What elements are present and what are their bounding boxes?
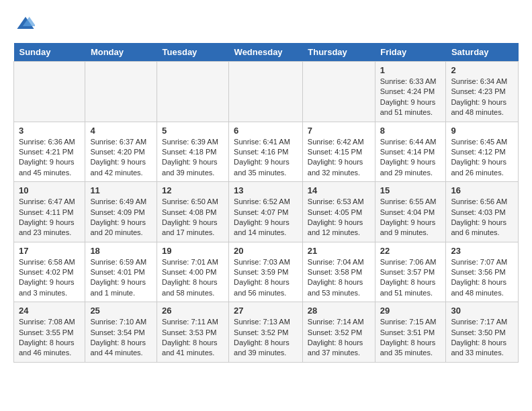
day-info: Sunrise: 7:01 AM Sunset: 4:00 PM Dayligh… (162, 257, 224, 299)
day-info: Sunrise: 6:44 AM Sunset: 4:14 PM Dayligh… (380, 137, 441, 179)
weekday-header: Monday (85, 43, 157, 62)
day-number: 13 (234, 185, 298, 195)
day-number: 3 (19, 126, 80, 136)
calendar-week-row: 3Sunrise: 6:36 AM Sunset: 4:21 PM Daylig… (14, 122, 519, 182)
day-number: 5 (162, 126, 224, 136)
calendar-day-cell (85, 62, 157, 122)
day-number: 9 (451, 126, 513, 136)
page-header (13, 13, 519, 32)
day-info: Sunrise: 6:58 AM Sunset: 4:02 PM Dayligh… (19, 257, 80, 299)
calendar-day-cell: 7Sunrise: 6:42 AM Sunset: 4:15 PM Daylig… (302, 122, 375, 182)
day-info: Sunrise: 6:34 AM Sunset: 4:23 PM Dayligh… (451, 77, 513, 118)
day-info: Sunrise: 7:13 AM Sunset: 3:52 PM Dayligh… (234, 317, 298, 359)
day-number: 27 (234, 306, 298, 316)
calendar-week-row: 1Sunrise: 6:33 AM Sunset: 4:24 PM Daylig… (14, 62, 519, 122)
day-info: Sunrise: 6:52 AM Sunset: 4:07 PM Dayligh… (234, 197, 298, 238)
calendar-day-cell: 16Sunrise: 6:56 AM Sunset: 4:03 PM Dayli… (446, 182, 519, 242)
calendar-day-cell (302, 62, 375, 122)
day-number: 4 (90, 126, 152, 136)
day-info: Sunrise: 6:41 AM Sunset: 4:16 PM Dayligh… (234, 137, 298, 179)
calendar-day-cell: 13Sunrise: 6:52 AM Sunset: 4:07 PM Dayli… (229, 182, 303, 242)
calendar-day-cell: 26Sunrise: 7:11 AM Sunset: 3:53 PM Dayli… (157, 302, 229, 363)
calendar-day-cell (14, 62, 85, 122)
calendar-day-cell: 1Sunrise: 6:33 AM Sunset: 4:24 PM Daylig… (375, 62, 446, 122)
calendar-day-cell: 29Sunrise: 7:15 AM Sunset: 3:51 PM Dayli… (375, 302, 446, 363)
calendar-day-cell: 19Sunrise: 7:01 AM Sunset: 4:00 PM Dayli… (157, 242, 229, 302)
calendar-day-cell: 8Sunrise: 6:44 AM Sunset: 4:14 PM Daylig… (375, 122, 446, 182)
day-info: Sunrise: 6:42 AM Sunset: 4:15 PM Dayligh… (308, 137, 370, 179)
calendar-day-cell: 27Sunrise: 7:13 AM Sunset: 3:52 PM Dayli… (229, 302, 303, 363)
day-number: 12 (162, 185, 224, 195)
day-number: 19 (162, 246, 224, 256)
calendar-week-row: 10Sunrise: 6:47 AM Sunset: 4:11 PM Dayli… (14, 182, 519, 242)
calendar-day-cell: 12Sunrise: 6:50 AM Sunset: 4:08 PM Dayli… (157, 182, 229, 242)
calendar-day-cell: 20Sunrise: 7:03 AM Sunset: 3:59 PM Dayli… (229, 242, 303, 302)
calendar-day-cell: 17Sunrise: 6:58 AM Sunset: 4:02 PM Dayli… (14, 242, 85, 302)
calendar-day-cell: 30Sunrise: 7:17 AM Sunset: 3:50 PM Dayli… (446, 302, 519, 363)
day-number: 28 (308, 306, 370, 316)
day-number: 14 (308, 185, 370, 195)
calendar-day-cell: 22Sunrise: 7:06 AM Sunset: 3:57 PM Dayli… (375, 242, 446, 302)
weekday-header: Thursday (302, 43, 375, 62)
day-number: 29 (380, 306, 441, 316)
day-info: Sunrise: 6:36 AM Sunset: 4:21 PM Dayligh… (19, 137, 80, 179)
day-number: 25 (90, 306, 152, 316)
day-number: 11 (90, 185, 152, 195)
day-number: 2 (451, 65, 513, 75)
day-number: 16 (451, 185, 513, 195)
calendar-day-cell: 10Sunrise: 6:47 AM Sunset: 4:11 PM Dayli… (14, 182, 85, 242)
weekday-header: Wednesday (229, 43, 303, 62)
day-number: 23 (451, 246, 513, 256)
day-info: Sunrise: 7:03 AM Sunset: 3:59 PM Dayligh… (234, 257, 298, 299)
weekday-header-row: SundayMondayTuesdayWednesdayThursdayFrid… (14, 43, 519, 62)
day-number: 26 (162, 306, 224, 316)
day-info: Sunrise: 6:47 AM Sunset: 4:11 PM Dayligh… (19, 197, 80, 238)
day-info: Sunrise: 6:59 AM Sunset: 4:01 PM Dayligh… (90, 257, 152, 299)
day-number: 15 (380, 185, 441, 195)
calendar-day-cell (229, 62, 303, 122)
day-info: Sunrise: 6:33 AM Sunset: 4:24 PM Dayligh… (380, 77, 441, 118)
day-info: Sunrise: 7:04 AM Sunset: 3:58 PM Dayligh… (308, 257, 370, 299)
day-number: 6 (234, 126, 298, 136)
calendar-week-row: 24Sunrise: 7:08 AM Sunset: 3:55 PM Dayli… (14, 302, 519, 363)
logo (13, 13, 35, 32)
calendar-day-cell: 28Sunrise: 7:14 AM Sunset: 3:52 PM Dayli… (302, 302, 375, 363)
day-info: Sunrise: 6:39 AM Sunset: 4:18 PM Dayligh… (162, 137, 224, 179)
day-number: 24 (19, 306, 80, 316)
calendar-day-cell: 11Sunrise: 6:49 AM Sunset: 4:09 PM Dayli… (85, 182, 157, 242)
day-info: Sunrise: 7:14 AM Sunset: 3:52 PM Dayligh… (308, 317, 370, 359)
calendar-day-cell: 23Sunrise: 7:07 AM Sunset: 3:56 PM Dayli… (446, 242, 519, 302)
calendar-table: SundayMondayTuesdayWednesdayThursdayFrid… (13, 43, 519, 363)
day-info: Sunrise: 6:49 AM Sunset: 4:09 PM Dayligh… (90, 197, 152, 238)
day-number: 10 (19, 185, 80, 195)
day-number: 30 (451, 306, 513, 316)
calendar-day-cell: 5Sunrise: 6:39 AM Sunset: 4:18 PM Daylig… (157, 122, 229, 182)
day-number: 1 (380, 65, 441, 75)
calendar-day-cell: 2Sunrise: 6:34 AM Sunset: 4:23 PM Daylig… (446, 62, 519, 122)
day-info: Sunrise: 6:45 AM Sunset: 4:12 PM Dayligh… (451, 137, 513, 179)
calendar-day-cell: 14Sunrise: 6:53 AM Sunset: 4:05 PM Dayli… (302, 182, 375, 242)
calendar-day-cell: 6Sunrise: 6:41 AM Sunset: 4:16 PM Daylig… (229, 122, 303, 182)
day-info: Sunrise: 7:07 AM Sunset: 3:56 PM Dayligh… (451, 257, 513, 299)
calendar-day-cell: 25Sunrise: 7:10 AM Sunset: 3:54 PM Dayli… (85, 302, 157, 363)
day-info: Sunrise: 6:53 AM Sunset: 4:05 PM Dayligh… (308, 197, 370, 238)
weekday-header: Tuesday (157, 43, 229, 62)
calendar-day-cell: 9Sunrise: 6:45 AM Sunset: 4:12 PM Daylig… (446, 122, 519, 182)
day-info: Sunrise: 6:55 AM Sunset: 4:04 PM Dayligh… (380, 197, 441, 238)
day-info: Sunrise: 7:17 AM Sunset: 3:50 PM Dayligh… (451, 317, 513, 359)
day-info: Sunrise: 7:06 AM Sunset: 3:57 PM Dayligh… (380, 257, 441, 299)
calendar-day-cell: 4Sunrise: 6:37 AM Sunset: 4:20 PM Daylig… (85, 122, 157, 182)
day-info: Sunrise: 7:15 AM Sunset: 3:51 PM Dayligh… (380, 317, 441, 359)
calendar-day-cell: 3Sunrise: 6:36 AM Sunset: 4:21 PM Daylig… (14, 122, 85, 182)
calendar-day-cell: 15Sunrise: 6:55 AM Sunset: 4:04 PM Dayli… (375, 182, 446, 242)
day-info: Sunrise: 7:11 AM Sunset: 3:53 PM Dayligh… (162, 317, 224, 359)
day-info: Sunrise: 7:08 AM Sunset: 3:55 PM Dayligh… (19, 317, 80, 359)
calendar-day-cell (157, 62, 229, 122)
day-info: Sunrise: 6:50 AM Sunset: 4:08 PM Dayligh… (162, 197, 224, 238)
day-info: Sunrise: 6:37 AM Sunset: 4:20 PM Dayligh… (90, 137, 152, 179)
day-number: 18 (90, 246, 152, 256)
calendar-day-cell: 18Sunrise: 6:59 AM Sunset: 4:01 PM Dayli… (85, 242, 157, 302)
day-number: 20 (234, 246, 298, 256)
day-number: 17 (19, 246, 80, 256)
calendar-week-row: 17Sunrise: 6:58 AM Sunset: 4:02 PM Dayli… (14, 242, 519, 302)
